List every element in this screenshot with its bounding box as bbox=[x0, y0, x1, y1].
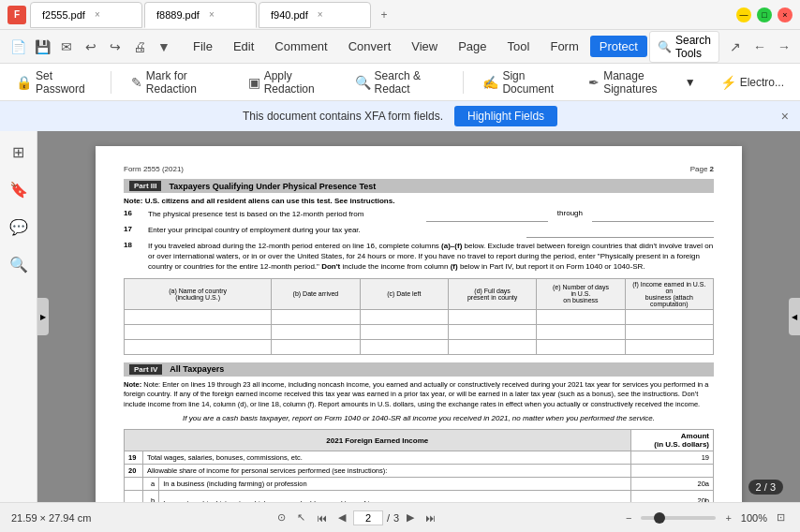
table-row bbox=[125, 309, 714, 324]
set-password-button[interactable]: 🔒 Set Password bbox=[7, 65, 99, 100]
menu-edit[interactable]: Edit bbox=[224, 36, 263, 57]
tab-close-icon[interactable]: × bbox=[209, 9, 215, 20]
fit-page-button[interactable]: ⊡ bbox=[773, 510, 789, 525]
next-page-button[interactable]: ▶ bbox=[403, 510, 418, 525]
part-iv-note: Note: Note: Enter on lines 19 through 23… bbox=[124, 380, 714, 410]
app-icon: F bbox=[7, 6, 26, 24]
tab-f2555[interactable]: f2555.pdf × bbox=[30, 2, 142, 28]
maximize-button[interactable]: □ bbox=[757, 7, 772, 22]
zoom-out-button[interactable]: − bbox=[622, 510, 635, 525]
manage-signatures-button[interactable]: ✒ Manage Signatures ▼ bbox=[580, 65, 704, 100]
print-icon[interactable]: 🖨 bbox=[129, 37, 150, 57]
sidebar-icon-pages[interactable]: ⊞ bbox=[6, 139, 32, 165]
redo-icon[interactable]: ↪ bbox=[105, 37, 126, 57]
menu-convert[interactable]: Convert bbox=[339, 36, 401, 57]
last-page-button[interactable]: ⏭ bbox=[422, 510, 439, 525]
income-row-20: 20 Allowable share of income for persona… bbox=[125, 465, 714, 478]
back-icon[interactable]: ← bbox=[749, 37, 770, 57]
notification-close-button[interactable]: × bbox=[781, 109, 789, 124]
cash-basis-note: If you are a cash basis taxpayer, report… bbox=[124, 413, 714, 423]
page-number: Page 2 bbox=[690, 165, 714, 173]
add-tab-button[interactable]: + bbox=[373, 4, 395, 26]
row-text-16: The physical presence test is based on t… bbox=[148, 209, 421, 219]
cursor-tool-button[interactable]: ↖ bbox=[293, 510, 309, 525]
electro-label: Electro... bbox=[740, 76, 784, 89]
apply-redaction-button[interactable]: ▣ Apply Redaction bbox=[240, 65, 339, 100]
tab-close-icon[interactable]: × bbox=[318, 9, 323, 20]
sidebar-icon-bookmarks[interactable]: 🔖 bbox=[6, 176, 32, 202]
tab-label: f2555.pdf bbox=[42, 9, 85, 21]
email-icon[interactable]: ✉ bbox=[56, 37, 77, 57]
undo-icon[interactable]: ↩ bbox=[81, 37, 101, 57]
dimensions-label: 21.59 × 27.94 cm bbox=[11, 512, 91, 524]
page-separator: / bbox=[387, 512, 390, 524]
notification-message: This document contains XFA form fields. bbox=[243, 110, 443, 123]
zoom-in-button[interactable]: + bbox=[721, 510, 734, 525]
sidebar-icon-comments[interactable]: 💬 bbox=[6, 214, 32, 240]
table-header-b: (b) Date arrived bbox=[272, 278, 360, 309]
search-tools-button[interactable]: 🔍 Search Tools bbox=[649, 31, 719, 63]
mark-redaction-button[interactable]: ✎ Mark for Redaction bbox=[123, 65, 232, 100]
menu-comment[interactable]: Comment bbox=[265, 36, 336, 57]
file-icon[interactable]: 📄 bbox=[7, 37, 28, 57]
income-row-ref: 20a bbox=[630, 478, 713, 491]
search-redact-button[interactable]: 🔍 Search & Redact bbox=[347, 65, 452, 100]
income-row-num bbox=[125, 478, 143, 491]
tabs-area: f2555.pdf × f8889.pdf × f940.pdf × + bbox=[30, 2, 733, 28]
menu-protect[interactable]: Protect bbox=[590, 36, 647, 57]
page-navigation: ⊙ ↖ ⏮ ◀ / 3 ▶ ⏭ bbox=[274, 510, 439, 525]
page-number-input[interactable] bbox=[353, 510, 383, 525]
income-table-title: 2021 Foreign Earned Income bbox=[125, 430, 631, 451]
tab-f8889[interactable]: f8889.pdf × bbox=[144, 2, 257, 28]
row-input-17[interactable] bbox=[526, 225, 714, 238]
menu-form[interactable]: Form bbox=[541, 36, 587, 57]
row-through-label: through bbox=[554, 209, 586, 217]
document-area[interactable]: ▶ Form 2555 (2021) Page 2 Part III Taxpa… bbox=[37, 131, 800, 502]
prev-page-button[interactable]: ◀ bbox=[334, 510, 349, 525]
income-row-ref bbox=[630, 465, 713, 478]
row-input-16-from[interactable] bbox=[426, 209, 548, 222]
collapse-left-button[interactable]: ▶ bbox=[37, 298, 49, 335]
tab-close-icon[interactable]: × bbox=[95, 9, 100, 20]
redaction-mark-icon: ✎ bbox=[131, 75, 142, 90]
title-bar: F f2555.pdf × f8889.pdf × f940.pdf × + —… bbox=[0, 0, 800, 30]
external-link-icon[interactable]: ↗ bbox=[725, 37, 746, 57]
electro-icon: ⚡ bbox=[720, 75, 736, 90]
income-sub-label: b bbox=[143, 491, 159, 502]
part-iv-title: All Taxpayers bbox=[170, 364, 224, 375]
table-header-e: (e) Number of daysin U.S.on business bbox=[537, 278, 625, 309]
row-num-17: 17 bbox=[124, 225, 142, 233]
menu-file[interactable]: File bbox=[184, 36, 222, 57]
minimize-button[interactable]: — bbox=[736, 7, 751, 22]
separator bbox=[463, 71, 464, 94]
table-row bbox=[125, 339, 714, 354]
sidebar: ⊞ 🔖 💬 🔍 bbox=[0, 131, 37, 502]
row-input-16-to[interactable] bbox=[592, 209, 714, 222]
tab-f940[interactable]: f940.pdf × bbox=[259, 2, 371, 28]
menu-page[interactable]: Page bbox=[449, 36, 496, 57]
save-icon[interactable]: 💾 bbox=[32, 37, 52, 57]
electro-button[interactable]: ⚡ Electro... bbox=[712, 70, 793, 95]
menu-tool[interactable]: Tool bbox=[498, 36, 540, 57]
travel-data-table: (a) Name of country(including U.S.) (b) … bbox=[124, 278, 714, 355]
first-page-button[interactable]: ⏮ bbox=[313, 510, 331, 525]
close-button[interactable]: × bbox=[778, 7, 793, 22]
more-icon[interactable]: ▼ bbox=[154, 37, 174, 57]
collapse-right-button[interactable]: ◀ bbox=[789, 298, 800, 335]
notification-bar: This document contains XFA form fields. … bbox=[0, 101, 800, 131]
form-row-17: 17 Enter your principal country of emplo… bbox=[124, 225, 714, 238]
table-row bbox=[125, 324, 714, 339]
income-row-num: 20 bbox=[125, 465, 143, 478]
highlight-fields-button[interactable]: Highlight Fields bbox=[454, 106, 557, 126]
part-iv-label: Part IV bbox=[129, 364, 162, 375]
set-password-label: Set Password bbox=[36, 69, 91, 96]
zoom-slider[interactable] bbox=[641, 516, 716, 520]
collapse-left-icon: ▶ bbox=[40, 313, 46, 321]
sign-document-button[interactable]: ✍ Sign Document bbox=[474, 65, 572, 100]
sidebar-icon-search[interactable]: 🔍 bbox=[6, 251, 32, 277]
form-row-16: 16 The physical presence test is based o… bbox=[124, 209, 714, 222]
forward-icon[interactable]: → bbox=[774, 37, 794, 57]
select-tool-button[interactable]: ⊙ bbox=[274, 510, 289, 525]
menu-view[interactable]: View bbox=[402, 36, 447, 57]
bottom-bar: 21.59 × 27.94 cm ⊙ ↖ ⏮ ◀ / 3 ▶ ⏭ − + 100… bbox=[0, 502, 800, 532]
